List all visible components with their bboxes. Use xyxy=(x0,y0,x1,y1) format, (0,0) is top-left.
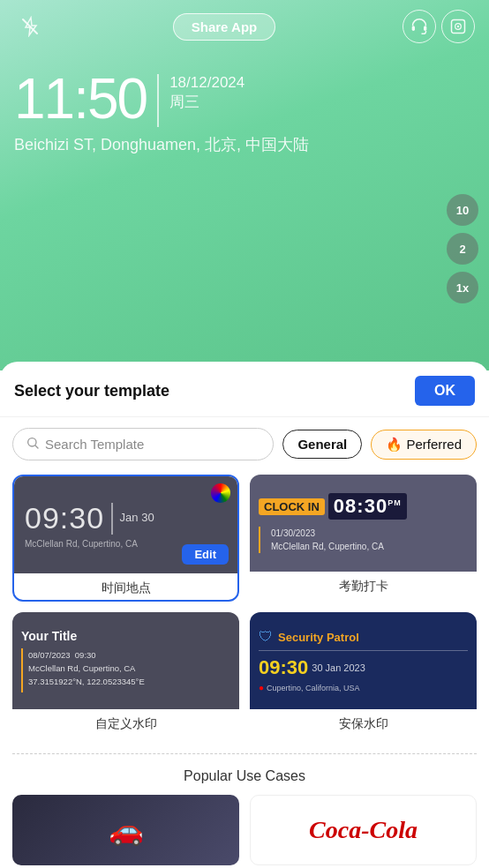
template-header: Select your template OK xyxy=(0,362,489,417)
template-preview-custom: Your Title 08/07/2023 09:30 McClellan Rd… xyxy=(12,612,239,709)
badges-column: 10 2 1x xyxy=(447,194,478,303)
template-label-clock-in: 考勤打卡 xyxy=(250,572,477,598)
headset-icon xyxy=(410,18,428,35)
search-placeholder: Search Template xyxy=(45,437,144,452)
template-preview-clock-in: CLOCK IN 08:30PM 01/30/2023McClellan Rd,… xyxy=(250,475,477,572)
security-location: ● Cupertino, California, USA xyxy=(259,683,468,692)
ok-button[interactable]: OK xyxy=(415,376,475,406)
clock-in-info: 01/30/2023McClellan Rd, Cupertino, CA xyxy=(271,527,384,553)
popular-card-car[interactable]: 🚗 xyxy=(12,795,239,865)
template-card-custom[interactable]: Your Title 08/07/2023 09:30 McClellan Rd… xyxy=(12,612,239,736)
template-preview-time-location: 09:30 Jan 30 McClellan Rd, Cupertino, CA… xyxy=(14,476,237,573)
custom-info-text: 08/07/2023 09:30 McClellan Rd, Cupertino… xyxy=(28,648,145,689)
badge-2[interactable]: 2 xyxy=(447,233,478,265)
clock-in-date-loc: 01/30/2023McClellan Rd, Cupertino, CA xyxy=(259,527,468,553)
hero-background xyxy=(0,0,489,370)
badge-1x[interactable]: 1x xyxy=(447,272,478,303)
security-title-text: Security Patrol xyxy=(278,631,359,644)
flash-off-icon xyxy=(19,16,41,37)
template-title: Select your template xyxy=(14,382,169,400)
hero-content: 11:50 18/12/2024 周三 Beichizi ST, Donghua… xyxy=(14,71,436,156)
preferred-filter-button[interactable]: 🔥 Perferred xyxy=(371,430,477,460)
preview-date: Jan 30 xyxy=(120,511,154,524)
location-text: Beichizi ST, Donghuamen, 北京, 中国大陆 xyxy=(14,134,436,156)
popular-title: Popular Use Cases xyxy=(12,768,477,784)
share-app-button[interactable]: Share App xyxy=(173,13,275,41)
time-date-row: 09:30 Jan 30 xyxy=(25,501,227,535)
template-preview-security: 🛡 Security Patrol 09:30 30 Jan 2023 ● Cu… xyxy=(250,612,477,709)
screenshot-icon xyxy=(449,18,467,35)
top-bar: Share App xyxy=(0,0,489,53)
template-card-time-location[interactable]: 09:30 Jan 30 McClellan Rd, Cupertino, CA… xyxy=(12,475,239,602)
date-column: 18/12/2024 周三 xyxy=(169,71,244,112)
template-label-security: 安保水印 xyxy=(250,709,477,736)
orange-divider xyxy=(259,527,260,553)
car-icon: 🚗 xyxy=(109,813,144,847)
svg-rect-1 xyxy=(412,26,415,31)
coca-cola-logo: Coca-Cola xyxy=(309,816,418,844)
clock-in-time: 08:30PM xyxy=(328,493,407,520)
security-top-row: 🛡 Security Patrol xyxy=(259,629,468,645)
main-content: Select your template OK Search Template … xyxy=(0,362,489,868)
badge-10[interactable]: 10 xyxy=(447,194,478,226)
palette-icon xyxy=(211,483,230,503)
svg-point-5 xyxy=(457,26,460,28)
search-box[interactable]: Search Template xyxy=(12,428,274,460)
general-filter-button[interactable]: General xyxy=(282,430,362,459)
top-icons-group xyxy=(402,10,475,43)
divider-line xyxy=(111,503,113,535)
search-filter-row: Search Template General 🔥 Perferred xyxy=(0,417,489,471)
flash-off-button[interactable] xyxy=(14,11,46,42)
template-grid: 09:30 Jan 30 McClellan Rd, Cupertino, CA… xyxy=(0,471,489,746)
template-card-security[interactable]: 🛡 Security Patrol 09:30 30 Jan 2023 ● Cu… xyxy=(250,612,477,736)
template-label-time-location: 时间地点 xyxy=(14,573,237,600)
left-orange-bar xyxy=(21,648,23,692)
car-icon-area: 🚗 xyxy=(109,813,144,847)
shield-icon: 🛡 xyxy=(259,629,273,645)
edit-button[interactable]: Edit xyxy=(182,544,229,565)
time-divider xyxy=(157,74,159,127)
popular-section: Popular Use Cases 🚗 Coca-Cola xyxy=(0,761,489,868)
location-dot: ● xyxy=(259,683,264,692)
share-app-label: Share App xyxy=(192,19,257,34)
svg-rect-2 xyxy=(424,26,426,31)
headset-button[interactable] xyxy=(402,10,436,43)
security-time-row: 09:30 30 Jan 2023 xyxy=(259,656,468,679)
preview-time: 09:30 xyxy=(25,501,104,535)
svg-line-7 xyxy=(35,445,38,448)
current-time: 11:50 xyxy=(14,71,147,127)
section-divider xyxy=(12,753,477,754)
current-date: 18/12/2024 xyxy=(169,74,244,92)
screenshot-button[interactable] xyxy=(441,10,475,43)
time-row: 11:50 18/12/2024 周三 xyxy=(14,71,436,127)
your-title-label: Your Title xyxy=(21,629,230,643)
security-date-value: 30 Jan 2023 xyxy=(312,662,365,673)
search-icon xyxy=(26,436,40,453)
clock-in-top-row: CLOCK IN 08:30PM xyxy=(259,493,468,520)
template-card-clock-in[interactable]: CLOCK IN 08:30PM 01/30/2023McClellan Rd,… xyxy=(250,475,477,602)
popular-grid: 🚗 Coca-Cola xyxy=(12,795,477,865)
security-time-value: 09:30 xyxy=(259,656,308,679)
popular-card-coca-cola[interactable]: Coca-Cola xyxy=(250,795,477,865)
clock-in-badge: CLOCK IN xyxy=(259,498,325,515)
security-divider xyxy=(259,650,468,651)
weekday: 周三 xyxy=(169,92,244,112)
custom-info-row: 08/07/2023 09:30 McClellan Rd, Cupertino… xyxy=(21,648,230,692)
template-label-custom: 自定义水印 xyxy=(12,709,239,736)
